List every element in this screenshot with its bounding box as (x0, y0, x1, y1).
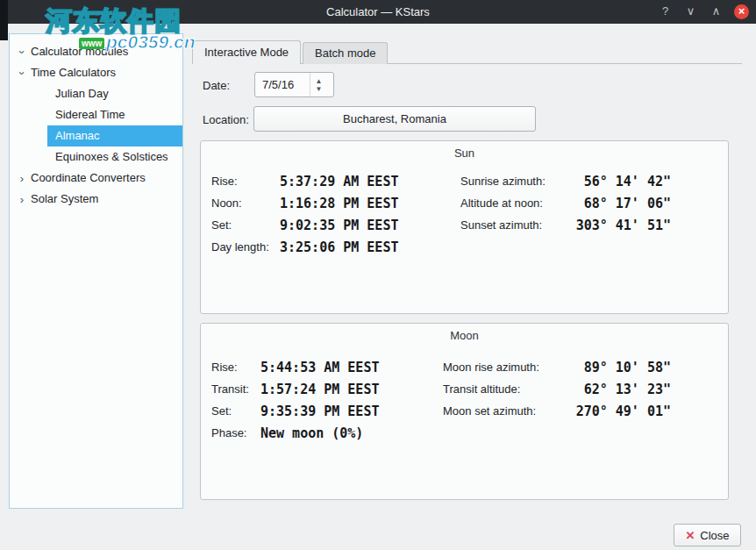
sun-groupbox: Sun Rise: 5:37:29 AM EEST Noon: 1:16:28 … (200, 140, 729, 314)
location-label: Location: (203, 113, 249, 127)
chevron-right-icon[interactable]: › (16, 193, 28, 206)
chevron-right-icon[interactable]: › (16, 172, 28, 185)
sidebar-item-sidereal-time[interactable]: Sidereal Time (47, 104, 182, 125)
tab-interactive-mode[interactable]: Interactive Mode (192, 40, 301, 64)
altitude-at-noon-value: 68° 17' 06" (517, 195, 671, 212)
close-x-icon: ✕ (685, 529, 695, 542)
moon-set-azimuth-value: 270° 49' 01" (517, 403, 671, 420)
sun-set-value: 9:02:35 PM EEST (280, 217, 398, 234)
minimize-button[interactable]: ∨ (683, 4, 698, 19)
sunrise-azimuth-value: 56° 14' 42" (517, 173, 671, 190)
sidebar-item-label: Almanac (47, 126, 100, 146)
sidebar-item-equinoxes-solstices[interactable]: Equinoxes & Solstices (47, 146, 182, 168)
chevron-down-icon[interactable]: › (16, 67, 29, 79)
date-input[interactable] (255, 73, 310, 96)
sun-set-label: Set: (211, 217, 232, 234)
moon-transit-label: Transit: (211, 381, 249, 398)
moon-rise-azimuth-value: 89° 10' 58" (517, 359, 671, 376)
close-button[interactable]: ✕ Close (674, 524, 741, 546)
sunset-azimuth-value: 303° 41' 51" (517, 217, 671, 234)
sidebar-item-coordinate-converters[interactable]: › Coordinate Converters (10, 168, 182, 189)
spin-up-icon[interactable]: ▲ (316, 77, 323, 85)
titlebar-buttons: ? ∨ ∧ × (658, 0, 749, 24)
sidebar-item-time-calculators[interactable]: › Time Calculators (10, 62, 182, 83)
sidebar-item-julian-day[interactable]: Julian Day (47, 83, 182, 104)
moon-rise-label: Rise: (211, 359, 238, 376)
spin-down-icon[interactable]: ▼ (316, 85, 323, 93)
sidebar-item-label: Julian Day (47, 84, 109, 104)
moon-rise-value: 5:44:53 AM EEST (260, 359, 379, 376)
sidebar-item-label: Time Calculators (28, 63, 116, 82)
moon-transit-value: 1:57:24 PM EEST (260, 381, 379, 398)
sun-noon-value: 1:16:28 PM EEST (280, 195, 398, 212)
location-button[interactable]: Bucharest, Romania (253, 106, 536, 132)
day-length-label: Day length: (211, 239, 269, 256)
sun-rise-label: Rise: (211, 173, 238, 190)
transit-altitude-label: Transit altitude: (443, 381, 520, 398)
sun-rise-value: 5:37:29 AM EEST (280, 173, 398, 190)
maximize-button[interactable]: ∧ (709, 4, 724, 19)
titlebar[interactable]: Calculator — KStars ? ∨ ∧ × (0, 0, 756, 24)
sidebar-item-calculator-modules[interactable]: › Calculator modules (10, 41, 182, 62)
calculator-modules-tree: › Calculator modules › Time Calculators … (9, 33, 183, 509)
close-button-label: Close (700, 529, 729, 542)
sidebar-item-solar-system[interactable]: › Solar System (10, 189, 182, 210)
moon-set-label: Set: (211, 403, 232, 420)
date-label: Date: (203, 79, 230, 93)
sun-noon-label: Noon: (211, 195, 242, 212)
sidebar-item-label: Coordinate Converters (28, 168, 146, 188)
window-title: Calculator — KStars (326, 5, 430, 18)
moon-phase-value: New moon (0%) (260, 425, 363, 442)
moon-groupbox: Moon Rise: 5:44:53 AM EEST Transit: 1:57… (200, 323, 729, 500)
spin-buttons: ▲ ▼ (310, 73, 327, 96)
sidebar-item-label: Sidereal Time (47, 105, 125, 125)
chevron-down-icon[interactable]: › (16, 46, 29, 58)
close-window-button[interactable]: × (734, 4, 749, 19)
tab-batch-mode[interactable]: Batch mode (303, 42, 388, 64)
sidebar-item-almanac[interactable]: Almanac (47, 125, 182, 146)
moon-title: Moon (201, 329, 728, 342)
date-spinbox[interactable]: ▲ ▼ (254, 72, 334, 97)
sun-title: Sun (201, 146, 728, 160)
sidebar-item-label: Calculator modules (28, 42, 128, 61)
mode-tabs: Interactive Mode Batch mode (192, 40, 742, 64)
sidebar-item-label: Equinoxes & Solstices (47, 147, 168, 167)
moon-set-value: 9:35:39 PM EEST (260, 403, 379, 420)
sidebar-item-label: Solar System (28, 189, 98, 209)
help-button[interactable]: ? (658, 4, 673, 19)
day-length-value: 3:25:06 PM EEST (280, 239, 398, 256)
moon-phase-label: Phase: (211, 425, 246, 442)
transit-altitude-value: 62° 13' 23" (517, 381, 671, 398)
